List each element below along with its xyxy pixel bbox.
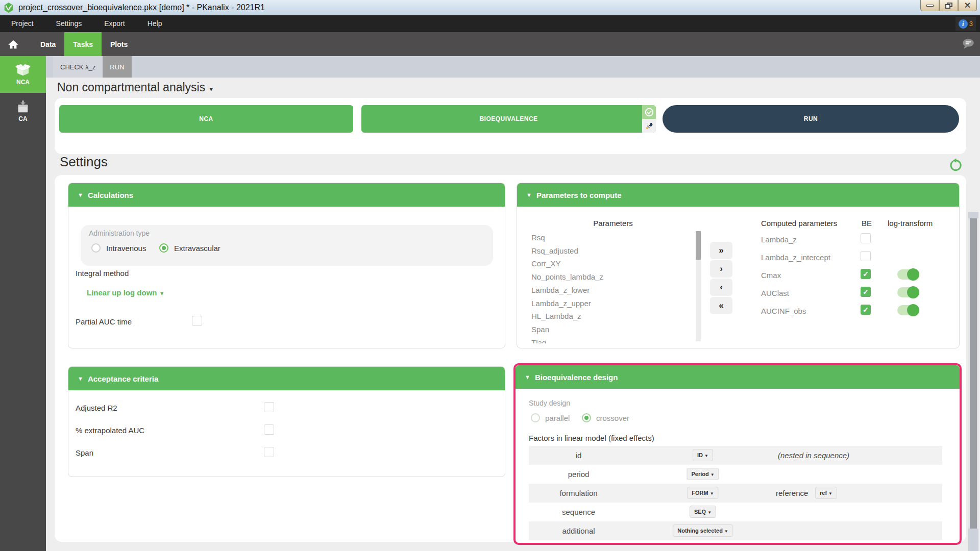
comment-icon[interactable] [962, 37, 975, 51]
list-item[interactable]: Lambda_z_upper [531, 297, 684, 310]
span-checkbox[interactable] [264, 447, 274, 457]
adjusted-r2-checkbox[interactable] [264, 402, 274, 412]
study-design-label: Study design [529, 399, 570, 407]
crossover-radio[interactable] [582, 413, 591, 422]
parameter-name[interactable]: Lambda_z_intercept [761, 253, 830, 262]
notifications-button[interactable]: i 3 [955, 17, 976, 31]
tab-tasks[interactable]: Tasks [64, 32, 102, 56]
ca-closed-box-icon [15, 100, 31, 113]
bioequivalence-task-button[interactable]: BIOEQUIVALENCE [361, 105, 656, 133]
be-checkbox[interactable] [861, 251, 871, 261]
crossover-label[interactable]: crossover [596, 414, 629, 422]
tab-plots[interactable]: Plots [102, 32, 136, 56]
log-transform-toggle[interactable] [897, 269, 918, 280]
dropdown-value: ref [820, 490, 827, 496]
sequence-column-dropdown[interactable]: SEQ▼ [690, 506, 716, 518]
calculations-header[interactable]: ▼ Calculations [68, 183, 505, 207]
nca-task-button[interactable]: NCA [59, 105, 353, 133]
menu-settings[interactable]: Settings [45, 15, 93, 32]
task-settings-badge[interactable] [642, 119, 656, 133]
id-column-dropdown[interactable]: ID▼ [693, 449, 713, 461]
move-all-right-button[interactable]: » [710, 242, 732, 259]
factor-label: sequence [529, 508, 628, 516]
list-item[interactable]: Lambda_z_lower [531, 284, 684, 297]
reset-settings-icon[interactable] [948, 158, 963, 172]
formulation-column-dropdown[interactable]: FORM▼ [687, 487, 718, 499]
dropdown-value: ID [697, 452, 703, 458]
home-icon[interactable] [7, 38, 19, 51]
criterion-label: % extrapolated AUC [76, 426, 144, 435]
window-scrollbar[interactable] [968, 212, 978, 551]
sidebar-item-nca[interactable]: NCA [0, 56, 46, 93]
restore-button[interactable] [939, 0, 958, 11]
minimize-icon [926, 5, 934, 7]
factor-row-sequence: sequence SEQ▼ [529, 503, 942, 521]
subtab-run[interactable]: RUN [103, 56, 131, 78]
parameter-name[interactable]: AUClast [761, 289, 789, 297]
sidebar-item-label: NCA [16, 79, 30, 86]
list-item[interactable]: No_points_lambda_z [531, 270, 684, 284]
list-item[interactable]: Rsq [531, 231, 684, 244]
move-right-button[interactable]: › [710, 260, 732, 278]
factor-label: additional [529, 527, 628, 535]
extravascular-radio[interactable] [159, 243, 168, 253]
sidebar-item-ca[interactable]: CA [0, 93, 46, 130]
extrapolated-auc-checkbox[interactable] [264, 424, 274, 435]
list-item[interactable]: Tlag [531, 336, 684, 343]
parameter-name[interactable]: Cmax [761, 271, 781, 280]
list-item[interactable]: Corr_XY [531, 257, 684, 270]
intravenous-radio[interactable] [91, 243, 101, 253]
available-parameters-list[interactable]: Rsq Rsq_adjusted Corr_XY No_points_lambd… [531, 231, 684, 343]
menu-help[interactable]: Help [136, 15, 174, 32]
parameters-list-scrollbar[interactable] [696, 231, 701, 341]
close-button[interactable]: ✕ [958, 0, 977, 11]
parameter-name[interactable]: Lambda_z [761, 235, 797, 244]
tasks-card: NCA BIOEQUIVALENCE [55, 98, 966, 154]
minimize-button[interactable] [920, 0, 939, 11]
scrollbar-thumb[interactable] [970, 218, 977, 529]
notification-count: 3 [969, 20, 973, 28]
be-checkbox[interactable] [861, 233, 871, 243]
additional-dropdown[interactable]: Nothing selected▼ [673, 524, 733, 537]
be-column-header: BE [862, 219, 872, 228]
settings-card: ▼ Calculations Administration type Intra… [55, 175, 966, 542]
move-left-button[interactable]: ‹ [710, 279, 732, 296]
analysis-type-dropdown[interactable]: Non compartmental analysis▾ [57, 81, 213, 94]
subtab-check-lambda-z[interactable]: CHECK λ_z [53, 56, 103, 78]
parallel-label[interactable]: parallel [545, 414, 570, 422]
partial-auc-checkbox[interactable] [192, 316, 202, 326]
be-checkbox[interactable]: ✓ [861, 305, 871, 315]
extravascular-label[interactable]: Extravascular [174, 244, 220, 253]
parallel-radio[interactable] [531, 413, 540, 422]
bioequivalence-header[interactable]: ▼ Bioequivalence design [516, 365, 960, 389]
parameter-name[interactable]: AUCINF_obs [761, 307, 806, 315]
scrollbar-thumb[interactable] [696, 231, 701, 260]
list-item[interactable]: HL_Lambda_z [531, 310, 684, 323]
panel-title: Parameters to compute [536, 191, 622, 199]
log-transform-toggle[interactable] [897, 287, 918, 297]
run-button[interactable]: RUN [663, 105, 959, 133]
period-column-dropdown[interactable]: Period▼ [687, 468, 719, 480]
intravenous-label[interactable]: Intravenous [106, 244, 146, 253]
menu-export[interactable]: Export [93, 15, 136, 32]
be-checkbox[interactable]: ✓ [861, 269, 871, 279]
tab-data[interactable]: Data [32, 32, 64, 56]
reference-dropdown[interactable]: ref▼ [815, 487, 837, 499]
acceptance-header[interactable]: ▼ Acceptance criteria [68, 367, 505, 390]
administration-type-group: Administration type Intravenous Extravas… [81, 225, 493, 266]
list-item[interactable]: Span [531, 323, 684, 336]
parameters-panel: ▼ Parameters to compute Parameters Rsq R… [517, 183, 960, 348]
parameters-header[interactable]: ▼ Parameters to compute [517, 183, 959, 207]
calculations-panel: ▼ Calculations Administration type Intra… [68, 183, 505, 348]
administration-type-label: Administration type [89, 229, 150, 237]
be-checkbox[interactable]: ✓ [861, 287, 871, 297]
move-all-left-button[interactable]: « [710, 297, 732, 314]
menu-project[interactable]: Project [0, 15, 45, 32]
bioequivalence-badges [642, 105, 656, 133]
list-item[interactable]: Rsq_adjusted [531, 244, 684, 258]
integral-method-dropdown[interactable]: Linear up log down ▼ [87, 288, 165, 297]
log-transform-toggle[interactable] [897, 305, 918, 315]
task-sidebar: NCA CA [0, 56, 46, 551]
chevron-down-icon: ▼ [724, 529, 728, 534]
chevron-down-icon: ▼ [704, 454, 708, 458]
